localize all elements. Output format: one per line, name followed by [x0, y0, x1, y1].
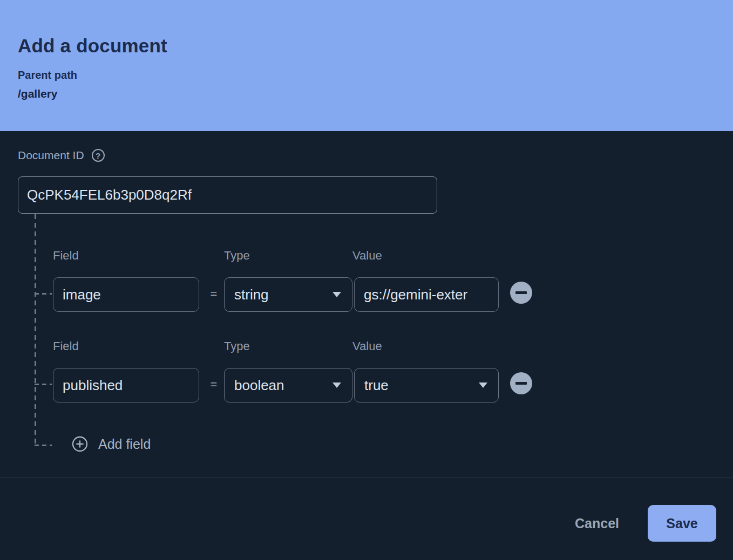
- dialog-title: Add a document: [18, 35, 167, 57]
- field-name-input[interactable]: [53, 277, 199, 312]
- value-select[interactable]: true: [354, 368, 499, 402]
- cancel-button[interactable]: Cancel: [562, 509, 632, 537]
- dialog-header: Add a document Parent path /gallery: [0, 0, 733, 131]
- add-document-dialog: Add a document Parent path /gallery Docu…: [0, 0, 733, 560]
- field-connector-branch: [35, 384, 52, 385]
- document-id-label: Document ID: [18, 149, 84, 162]
- value-select-value: true: [364, 377, 389, 394]
- type-column-label: Type: [224, 339, 250, 353]
- document-id-row: Document ID ?: [18, 149, 105, 162]
- field-connector-branch: [35, 293, 52, 295]
- minus-icon: [515, 291, 527, 294]
- field-column-label: Field: [53, 249, 79, 263]
- type-select[interactable]: string: [224, 277, 352, 312]
- equals-sign: =: [208, 287, 219, 301]
- value-column-label: Value: [352, 339, 382, 353]
- save-button[interactable]: Save: [648, 505, 716, 542]
- field-connector-branch: [35, 445, 52, 446]
- help-icon[interactable]: ?: [92, 149, 105, 162]
- plus-circle-icon: [72, 436, 88, 452]
- field-column-label: Field: [53, 339, 79, 353]
- chevron-down-icon: [332, 383, 341, 388]
- remove-field-button[interactable]: [510, 282, 532, 304]
- document-id-input[interactable]: [18, 176, 437, 214]
- remove-field-button[interactable]: [510, 372, 532, 394]
- type-column-label: Type: [224, 249, 250, 263]
- field-connector-line: [35, 214, 36, 446]
- parent-path-label: Parent path: [18, 69, 77, 81]
- chevron-down-icon: [332, 292, 341, 297]
- value-input[interactable]: [354, 277, 499, 312]
- field-name-input[interactable]: [53, 368, 199, 402]
- equals-sign: =: [208, 378, 219, 392]
- parent-path-value: /gallery: [18, 87, 58, 100]
- type-select-value: boolean: [234, 377, 284, 394]
- chevron-down-icon: [479, 383, 487, 388]
- minus-icon: [515, 382, 527, 385]
- type-select[interactable]: boolean: [224, 368, 352, 402]
- add-field-button[interactable]: Add field: [72, 436, 151, 452]
- value-column-label: Value: [352, 249, 382, 263]
- add-field-label: Add field: [98, 436, 151, 452]
- footer-divider: [0, 477, 733, 477]
- type-select-value: string: [234, 286, 269, 303]
